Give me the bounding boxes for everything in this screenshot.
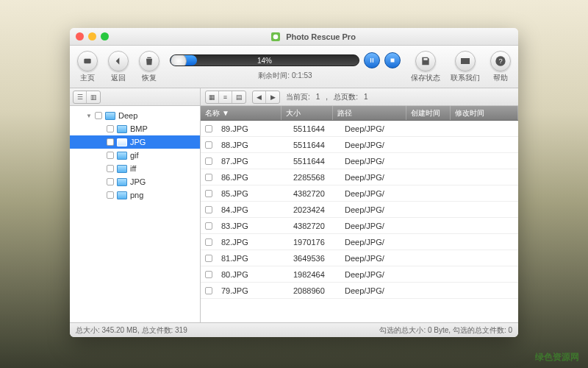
- tree-item-jpg[interactable]: JPG: [70, 175, 200, 188]
- tree-item-label: gif: [130, 151, 139, 160]
- cell-path: Deep/JPG/: [340, 286, 414, 295]
- checkbox[interactable]: [107, 191, 114, 199]
- checkbox[interactable]: [107, 152, 114, 159]
- recover-button[interactable]: 恢复: [139, 51, 159, 83]
- view-mode-segment[interactable]: ▦ ≡ ▤: [205, 91, 246, 104]
- tree-item-label: iff: [130, 164, 136, 173]
- home-icon: [82, 55, 93, 67]
- table-row[interactable]: 84.JPG2023424Deep/JPG/: [201, 202, 518, 218]
- disclosure-triangle-icon[interactable]: ▼: [86, 113, 92, 119]
- cell-path: Deep/JPG/: [340, 254, 414, 263]
- tree-view-toggle[interactable]: ☰ ▥: [73, 91, 101, 104]
- cell-name: 85.JPG: [217, 189, 289, 198]
- list-view-icon: ≡: [219, 91, 232, 103]
- cell-path: Deep/JPG/: [340, 124, 414, 133]
- progress-knob-icon[interactable]: [171, 54, 187, 66]
- cell-path: Deep/JPG/: [340, 222, 414, 230]
- mail-icon: [459, 55, 471, 67]
- folder-icon: [105, 112, 115, 120]
- tree-item-label: BMP: [130, 124, 148, 133]
- checkbox[interactable]: [107, 125, 114, 132]
- svg-point-1: [273, 34, 279, 39]
- cell-size: 2285568: [289, 173, 340, 182]
- cell-path: Deep/JPG/: [340, 173, 414, 182]
- row-checkbox[interactable]: [205, 125, 212, 132]
- tree-item-gif[interactable]: gif: [70, 149, 200, 162]
- col-created[interactable]: 创建时间: [406, 106, 451, 120]
- stop-icon: [389, 57, 396, 64]
- row-checkbox[interactable]: [205, 190, 212, 197]
- next-page-icon[interactable]: ▶: [266, 91, 279, 103]
- prev-page-icon[interactable]: ◀: [253, 91, 266, 103]
- tree-item-jpg[interactable]: JPG: [70, 135, 200, 149]
- table-row[interactable]: 89.JPG5511644Deep/JPG/: [201, 121, 518, 137]
- table-row[interactable]: 87.JPG5511644Deep/JPG/: [201, 153, 518, 169]
- tree-item-bmp[interactable]: BMP: [70, 122, 200, 135]
- close-icon[interactable]: [76, 32, 84, 40]
- help-button[interactable]: ? 帮助: [490, 51, 511, 83]
- col-size[interactable]: 大小: [282, 106, 333, 120]
- svg-rect-5: [391, 59, 395, 63]
- status-bar: 总大小: 345.20 MB, 总文件数: 319 勾选的总大小: 0 Byte…: [70, 322, 518, 337]
- table-row[interactable]: 88.JPG5511644Deep/JPG/: [201, 137, 518, 153]
- cell-name: 81.JPG: [217, 254, 289, 263]
- col-modified[interactable]: 修改时间: [451, 106, 518, 120]
- stop-button[interactable]: [384, 52, 401, 68]
- app-window: Photo Rescue Pro 主页 返回 恢复 14%: [70, 28, 518, 337]
- file-rows[interactable]: 89.JPG5511644Deep/JPG/88.JPG5511644Deep/…: [201, 121, 518, 322]
- home-button[interactable]: 主页: [77, 51, 98, 83]
- pause-button[interactable]: [364, 52, 380, 68]
- row-checkbox[interactable]: [205, 158, 212, 165]
- tree-item-deep[interactable]: ▼Deep: [70, 109, 200, 122]
- col-name[interactable]: 名称▼: [201, 106, 282, 120]
- app-logo-icon: [270, 31, 282, 43]
- tree-item-label: Deep: [118, 111, 137, 120]
- save-state-button[interactable]: 保存状态: [411, 51, 440, 83]
- row-checkbox[interactable]: [205, 174, 212, 181]
- back-button[interactable]: 返回: [108, 51, 129, 83]
- table-row[interactable]: 82.JPG1970176Deep/JPG/: [201, 234, 518, 250]
- page-total-label: 总页数:: [334, 92, 358, 102]
- folder-icon: [117, 138, 127, 146]
- row-checkbox[interactable]: [205, 271, 212, 278]
- cell-size: 5511644: [289, 124, 340, 133]
- cell-size: 3649536: [289, 254, 340, 263]
- folder-icon: ▥: [87, 91, 100, 103]
- titlebar: Photo Rescue Pro: [70, 28, 518, 46]
- table-row[interactable]: 85.JPG4382720Deep/JPG/: [201, 185, 518, 202]
- table-row[interactable]: 80.JPG1982464Deep/JPG/: [201, 266, 518, 283]
- tree-item-label: JPG: [130, 138, 146, 146]
- row-checkbox[interactable]: [205, 238, 212, 246]
- contact-button[interactable]: 联系我们: [451, 51, 480, 83]
- row-checkbox[interactable]: [205, 206, 212, 213]
- table-row[interactable]: 83.JPG4382720Deep/JPG/: [201, 218, 518, 234]
- tree-item-iff[interactable]: iff: [70, 162, 200, 175]
- row-checkbox[interactable]: [205, 287, 212, 294]
- page-nav[interactable]: ◀ ▶: [252, 91, 280, 104]
- folder-icon: [117, 191, 127, 199]
- row-checkbox[interactable]: [205, 141, 212, 149]
- back-arrow-icon: [112, 55, 124, 67]
- minimize-icon[interactable]: [88, 32, 96, 40]
- table-row[interactable]: 79.JPG2088960Deep/JPG/: [201, 283, 518, 299]
- cell-size: 4382720: [289, 222, 340, 230]
- row-checkbox[interactable]: [205, 255, 212, 262]
- col-path[interactable]: 路径: [333, 106, 406, 120]
- checkbox[interactable]: [95, 112, 102, 119]
- table-row[interactable]: 86.JPG2285568Deep/JPG/: [201, 169, 518, 185]
- tree-item-png[interactable]: png: [70, 188, 200, 202]
- folder-tree[interactable]: ▼DeepBMPJPGgififfJPGpng: [70, 106, 201, 322]
- checkbox[interactable]: [107, 138, 114, 146]
- checkbox[interactable]: [107, 178, 114, 185]
- row-checkbox[interactable]: [205, 222, 212, 230]
- cell-size: 1982464: [289, 270, 340, 279]
- folder-icon: [117, 178, 127, 186]
- checkbox[interactable]: [107, 165, 114, 172]
- progress-bar[interactable]: 14%: [170, 54, 359, 66]
- progress-block: 14% 剩余时间: 0:1:53: [170, 52, 401, 81]
- file-list-panel: 名称▼ 大小 路径 创建时间 修改时间 89.JPG5511644Deep/JP…: [201, 106, 518, 322]
- page-current: 1: [316, 93, 320, 101]
- table-row[interactable]: 81.JPG3649536Deep/JPG/: [201, 250, 518, 266]
- zoom-icon[interactable]: [101, 32, 109, 40]
- watermark: 绿色资源网: [535, 351, 579, 364]
